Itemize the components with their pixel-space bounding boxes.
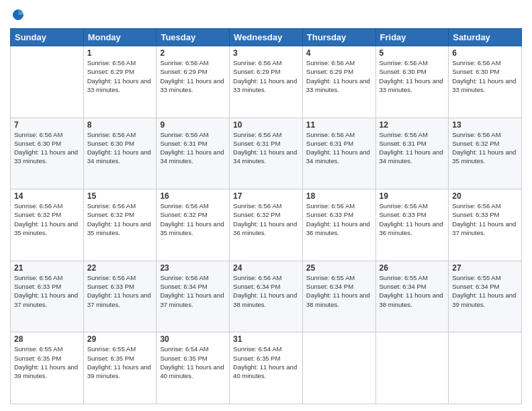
week-row-0: 1Sunrise: 6:56 AMSunset: 6:29 PMDaylight… bbox=[11, 46, 522, 118]
day-number: 20 bbox=[452, 191, 518, 201]
day-cell: 25Sunrise: 6:55 AMSunset: 6:34 PMDayligh… bbox=[302, 261, 375, 332]
day-info: Sunrise: 6:55 AMSunset: 6:35 PMDaylight:… bbox=[14, 345, 80, 380]
day-number: 31 bbox=[233, 334, 299, 344]
day-cell: 8Sunrise: 6:56 AMSunset: 6:30 PMDaylight… bbox=[83, 118, 157, 189]
day-info: Sunrise: 6:56 AMSunset: 6:30 PMDaylight:… bbox=[87, 130, 153, 166]
day-cell: 6Sunrise: 6:56 AMSunset: 6:30 PMDaylight… bbox=[449, 46, 522, 118]
day-cell: 18Sunrise: 6:56 AMSunset: 6:33 PMDayligh… bbox=[302, 189, 375, 261]
day-number: 8 bbox=[87, 120, 153, 130]
day-info: Sunrise: 6:56 AMSunset: 6:32 PMDaylight:… bbox=[160, 201, 226, 237]
day-info: Sunrise: 6:56 AMSunset: 6:31 PMDaylight:… bbox=[306, 130, 372, 166]
day-cell bbox=[302, 332, 375, 404]
day-info: Sunrise: 6:56 AMSunset: 6:32 PMDaylight:… bbox=[452, 130, 518, 166]
day-number: 18 bbox=[306, 191, 372, 201]
day-header-thursday: Thursday bbox=[302, 29, 375, 46]
day-info: Sunrise: 6:56 AMSunset: 6:29 PMDaylight:… bbox=[306, 58, 372, 94]
day-number: 1 bbox=[87, 48, 153, 58]
day-info: Sunrise: 6:55 AMSunset: 6:34 PMDaylight:… bbox=[452, 273, 518, 309]
day-info: Sunrise: 6:56 AMSunset: 6:33 PMDaylight:… bbox=[306, 201, 372, 237]
day-cell: 9Sunrise: 6:56 AMSunset: 6:31 PMDaylight… bbox=[157, 118, 230, 189]
day-cell: 1Sunrise: 6:56 AMSunset: 6:29 PMDaylight… bbox=[83, 46, 157, 118]
day-cell: 4Sunrise: 6:56 AMSunset: 6:29 PMDaylight… bbox=[302, 46, 375, 118]
day-cell: 2Sunrise: 6:56 AMSunset: 6:29 PMDaylight… bbox=[157, 46, 230, 118]
day-cell: 19Sunrise: 6:56 AMSunset: 6:33 PMDayligh… bbox=[375, 189, 449, 261]
day-info: Sunrise: 6:56 AMSunset: 6:33 PMDaylight:… bbox=[380, 201, 445, 237]
day-info: Sunrise: 6:55 AMSunset: 6:34 PMDaylight:… bbox=[306, 273, 372, 309]
day-cell: 29Sunrise: 6:55 AMSunset: 6:35 PMDayligh… bbox=[83, 332, 157, 404]
calendar-header-row: SundayMondayTuesdayWednesdayThursdayFrid… bbox=[11, 29, 522, 46]
day-number: 14 bbox=[14, 191, 80, 201]
day-number: 25 bbox=[306, 263, 372, 273]
day-cell: 28Sunrise: 6:55 AMSunset: 6:35 PMDayligh… bbox=[11, 332, 84, 404]
day-number: 28 bbox=[14, 334, 80, 344]
day-header-tuesday: Tuesday bbox=[157, 29, 230, 46]
day-info: Sunrise: 6:56 AMSunset: 6:34 PMDaylight:… bbox=[233, 273, 299, 309]
day-number: 16 bbox=[160, 191, 226, 201]
day-info: Sunrise: 6:54 AMSunset: 6:35 PMDaylight:… bbox=[160, 345, 226, 380]
day-info: Sunrise: 6:56 AMSunset: 6:31 PMDaylight:… bbox=[380, 130, 445, 166]
day-number: 22 bbox=[87, 263, 153, 273]
day-number: 11 bbox=[306, 120, 372, 130]
day-info: Sunrise: 6:56 AMSunset: 6:29 PMDaylight:… bbox=[233, 58, 299, 94]
day-header-monday: Monday bbox=[83, 29, 157, 46]
header bbox=[10, 7, 522, 23]
day-cell bbox=[375, 332, 449, 404]
day-info: Sunrise: 6:56 AMSunset: 6:32 PMDaylight:… bbox=[14, 201, 80, 237]
day-info: Sunrise: 6:56 AMSunset: 6:30 PMDaylight:… bbox=[452, 58, 518, 94]
day-header-sunday: Sunday bbox=[11, 29, 84, 46]
day-cell: 15Sunrise: 6:56 AMSunset: 6:32 PMDayligh… bbox=[83, 189, 157, 261]
day-number: 2 bbox=[160, 48, 226, 58]
day-cell: 17Sunrise: 6:56 AMSunset: 6:32 PMDayligh… bbox=[230, 189, 303, 261]
day-number: 17 bbox=[233, 191, 299, 201]
day-cell: 22Sunrise: 6:56 AMSunset: 6:33 PMDayligh… bbox=[83, 261, 157, 332]
calendar-table: SundayMondayTuesdayWednesdayThursdayFrid… bbox=[10, 28, 522, 404]
day-cell: 5Sunrise: 6:56 AMSunset: 6:30 PMDaylight… bbox=[375, 46, 449, 118]
day-info: Sunrise: 6:56 AMSunset: 6:30 PMDaylight:… bbox=[380, 58, 445, 94]
day-info: Sunrise: 6:55 AMSunset: 6:35 PMDaylight:… bbox=[87, 345, 153, 380]
day-number: 27 bbox=[452, 263, 518, 273]
day-number: 6 bbox=[452, 48, 518, 58]
day-info: Sunrise: 6:54 AMSunset: 6:35 PMDaylight:… bbox=[233, 345, 299, 380]
day-number: 21 bbox=[14, 263, 80, 273]
day-number: 3 bbox=[233, 48, 299, 58]
week-row-4: 28Sunrise: 6:55 AMSunset: 6:35 PMDayligh… bbox=[11, 332, 522, 404]
day-cell: 30Sunrise: 6:54 AMSunset: 6:35 PMDayligh… bbox=[157, 332, 230, 404]
day-info: Sunrise: 6:56 AMSunset: 6:32 PMDaylight:… bbox=[233, 201, 299, 237]
day-cell: 11Sunrise: 6:56 AMSunset: 6:31 PMDayligh… bbox=[302, 118, 375, 189]
day-info: Sunrise: 6:56 AMSunset: 6:31 PMDaylight:… bbox=[160, 130, 226, 166]
day-number: 5 bbox=[380, 48, 445, 58]
day-cell bbox=[449, 332, 522, 404]
day-number: 15 bbox=[87, 191, 153, 201]
day-info: Sunrise: 6:56 AMSunset: 6:29 PMDaylight:… bbox=[87, 58, 153, 94]
day-cell bbox=[11, 46, 84, 118]
day-cell: 21Sunrise: 6:56 AMSunset: 6:33 PMDayligh… bbox=[11, 261, 84, 332]
logo bbox=[10, 7, 29, 23]
page: SundayMondayTuesdayWednesdayThursdayFrid… bbox=[0, 0, 532, 411]
day-cell: 3Sunrise: 6:56 AMSunset: 6:29 PMDaylight… bbox=[230, 46, 303, 118]
week-row-1: 7Sunrise: 6:56 AMSunset: 6:30 PMDaylight… bbox=[11, 118, 522, 189]
day-info: Sunrise: 6:56 AMSunset: 6:31 PMDaylight:… bbox=[233, 130, 299, 166]
day-cell: 31Sunrise: 6:54 AMSunset: 6:35 PMDayligh… bbox=[230, 332, 303, 404]
day-cell: 20Sunrise: 6:56 AMSunset: 6:33 PMDayligh… bbox=[449, 189, 522, 261]
day-cell: 12Sunrise: 6:56 AMSunset: 6:31 PMDayligh… bbox=[375, 118, 449, 189]
day-cell: 23Sunrise: 6:56 AMSunset: 6:34 PMDayligh… bbox=[157, 261, 230, 332]
day-number: 12 bbox=[380, 120, 445, 130]
day-number: 9 bbox=[160, 120, 226, 130]
day-number: 24 bbox=[233, 263, 299, 273]
day-cell: 7Sunrise: 6:56 AMSunset: 6:30 PMDaylight… bbox=[11, 118, 84, 189]
day-cell: 13Sunrise: 6:56 AMSunset: 6:32 PMDayligh… bbox=[449, 118, 522, 189]
day-number: 10 bbox=[233, 120, 299, 130]
day-number: 26 bbox=[380, 263, 445, 273]
day-number: 29 bbox=[87, 334, 153, 344]
day-number: 19 bbox=[380, 191, 445, 201]
day-info: Sunrise: 6:56 AMSunset: 6:30 PMDaylight:… bbox=[14, 130, 80, 166]
day-cell: 26Sunrise: 6:55 AMSunset: 6:34 PMDayligh… bbox=[375, 261, 449, 332]
week-row-2: 14Sunrise: 6:56 AMSunset: 6:32 PMDayligh… bbox=[11, 189, 522, 261]
day-info: Sunrise: 6:56 AMSunset: 6:34 PMDaylight:… bbox=[160, 273, 226, 309]
day-header-saturday: Saturday bbox=[449, 29, 522, 46]
day-info: Sunrise: 6:56 AMSunset: 6:33 PMDaylight:… bbox=[87, 273, 153, 309]
day-number: 7 bbox=[14, 120, 80, 130]
day-number: 23 bbox=[160, 263, 226, 273]
day-number: 13 bbox=[452, 120, 518, 130]
day-number: 4 bbox=[306, 48, 372, 58]
